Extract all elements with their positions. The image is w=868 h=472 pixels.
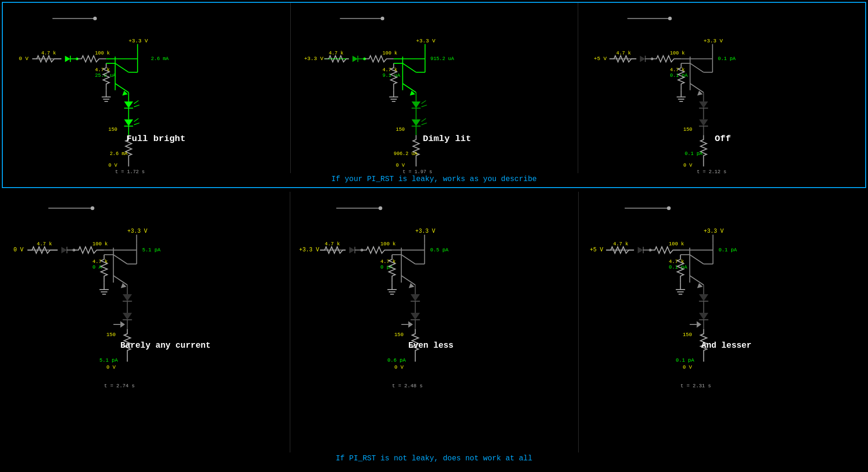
svg-line-71 [403,83,416,92]
svg-line-38 [134,123,140,125]
svg-text:+3.3 V: +3.3 V [703,228,724,235]
svg-marker-169 [120,321,125,328]
svg-text:0.5 pA: 0.5 pA [430,247,449,253]
svg-text:915.2 uA: 915.2 uA [430,56,454,61]
svg-line-203 [401,276,415,285]
svg-line-159 [114,276,127,285]
svg-text:+3.3 V: +3.3 V [128,38,148,44]
circuit-top-1: +3.3 V 0 V 4.7 k [3,3,290,173]
svg-marker-213 [408,321,413,328]
svg-line-202 [401,255,415,264]
svg-line-246 [689,255,703,264]
svg-marker-164 [123,294,132,301]
svg-line-116 [690,63,704,72]
svg-line-33 [134,105,140,107]
svg-marker-81 [412,119,421,126]
svg-text:Full bright: Full bright [127,134,186,144]
svg-marker-30 [124,101,133,108]
svg-line-84 [421,123,427,125]
svg-text:Even less: Even less [408,341,454,350]
svg-line-25 [115,83,129,92]
svg-marker-255 [699,313,708,320]
svg-marker-167 [123,313,132,320]
svg-marker-229 [638,247,643,253]
svg-text:0.1 pA: 0.1 pA [718,247,737,253]
svg-marker-125 [699,119,708,126]
svg-text:5.1 pA: 5.1 pA [100,357,118,363]
svg-line-37 [134,118,139,121]
svg-text:t = 2.12 s: t = 2.12 s [697,169,726,173]
svg-text:100 k: 100 k [95,50,110,56]
svg-text:150: 150 [396,127,405,132]
svg-text:100 k: 100 k [382,50,397,56]
svg-text:0 V: 0 V [683,162,693,168]
svg-line-247 [689,276,703,285]
svg-marker-53 [353,56,358,62]
svg-text:4.7 k: 4.7 k [95,67,110,73]
svg-text:t = 2.74 s: t = 2.74 s [104,383,135,389]
svg-text:+5 V: +5 V [590,247,604,253]
main-container: +3.3 V 0 V 4.7 k [0,0,868,472]
circuit-bottom-3: +3.3 V +5 V 4.7 k 100 k 0.1 pA [578,192,866,452]
svg-text:0 V: 0 V [682,364,692,370]
svg-text:150: 150 [682,332,692,337]
svg-text:4.7 k: 4.7 k [616,50,631,56]
svg-text:4.7 k: 4.7 k [613,241,628,247]
svg-text:t = 1.97 s: t = 1.97 s [403,169,432,173]
svg-text:+5 V: +5 V [594,55,607,61]
svg-text:0 A: 0 A [93,264,102,270]
svg-text:Dimly lit: Dimly lit [423,134,471,144]
svg-point-1 [93,17,97,20]
circuit-bottom-2: +3.3 V +3.3 V 4.7 k 100 k 0.5 pA [290,192,578,452]
circuit-top-2: +3.3 V +3.3 V 4.7 k 100 k [290,3,578,173]
svg-text:150: 150 [683,127,692,132]
top-circuits-row: +3.3 V 0 V 4.7 k [3,3,865,173]
svg-line-83 [421,118,426,121]
svg-line-117 [690,83,704,92]
svg-marker-211 [411,313,420,320]
svg-text:+3.3 V: +3.3 V [703,38,723,44]
circuit-bottom-1: +3.3 V 0 V 4.7 k 100 k [2,192,290,452]
svg-text:0 V: 0 V [108,162,118,168]
svg-text:4.7 k: 4.7 k [329,50,344,56]
svg-text:Barely any current: Barely any current [120,341,211,350]
svg-text:0 V: 0 V [107,364,116,370]
svg-text:+3.3 V: +3.3 V [299,247,320,253]
svg-marker-76 [412,101,421,108]
svg-text:0.6 pA: 0.6 pA [387,357,406,363]
svg-text:+3.3 V: +3.3 V [304,55,324,61]
svg-text:+3.3 V: +3.3 V [127,228,148,235]
svg-text:0 V: 0 V [19,55,29,61]
svg-text:4.7 k: 4.7 k [382,67,397,73]
svg-point-93 [668,17,672,20]
svg-point-223 [667,206,670,210]
svg-text:100 k: 100 k [670,50,685,56]
svg-line-24 [115,63,129,72]
svg-text:t = 2.48 s: t = 2.48 s [392,383,423,389]
svg-text:150: 150 [108,127,117,132]
top-panel-caption: If your PI_RST is leaky, works as you de… [331,175,537,183]
svg-line-79 [421,105,427,107]
svg-marker-252 [699,294,708,301]
svg-marker-208 [411,294,420,301]
bottom-panel: +3.3 V 0 V 4.7 k 100 k [2,192,866,466]
svg-text:t = 1.72 s: t = 1.72 s [115,169,145,173]
svg-text:150: 150 [394,332,404,337]
svg-text:906.2 uA: 906.2 uA [394,151,417,156]
svg-point-179 [379,206,382,210]
svg-point-135 [91,206,94,210]
svg-text:100 k: 100 k [93,241,108,247]
svg-marker-141 [61,247,67,253]
svg-marker-35 [124,119,133,126]
svg-text:100 k: 100 k [668,241,684,247]
svg-text:4.7 k: 4.7 k [670,67,685,73]
circuit-top-3: +3.3 V +5 V 4.7 k 100 k [578,3,865,173]
svg-text:+3.3 V: +3.3 V [416,38,435,44]
svg-line-78 [421,101,426,104]
svg-text:2.6 mA: 2.6 mA [110,151,128,156]
bottom-circuits-row: +3.3 V 0 V 4.7 k 100 k [2,192,866,452]
svg-text:+3.3 V: +3.3 V [415,228,436,235]
svg-text:0.1 pA: 0.1 pA [718,56,736,61]
svg-text:4.7 k: 4.7 k [93,259,108,264]
svg-text:Off: Off [715,134,731,144]
